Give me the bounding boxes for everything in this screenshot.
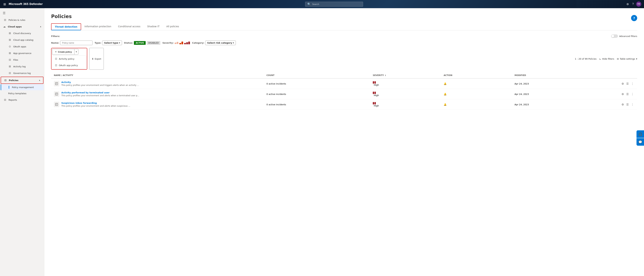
help-icon[interactable]: ? — [631, 2, 635, 7]
policies-chevron: ∧ — [39, 79, 40, 82]
sidebar-section-policies[interactable]: ⊟ Policies ∧ — [1, 77, 44, 84]
category-filter-label: Category: — [192, 42, 204, 44]
tab-all-policies[interactable]: All policies — [163, 23, 182, 30]
activity-policy-icon: ⊡ — [55, 57, 57, 60]
severity-sort-icon: ↓ — [384, 74, 386, 76]
row-more-btn-1[interactable]: ⋮ — [630, 82, 634, 86]
apps-grid-icon[interactable]: ⊞ — [3, 2, 7, 7]
settings-icon[interactable]: ⚙ — [626, 2, 630, 7]
hamburger-button[interactable]: ☰ — [0, 10, 44, 16]
search-bar[interactable]: 🔍 — [305, 2, 363, 7]
top-navigation: ⊞ Microsoft 365 Defender 🔍 ⚙ ? TT — [0, 0, 644, 8]
sidebar-item-cloud-app-catalog[interactable]: ⊞ Cloud app catalog — [1, 37, 44, 43]
oauth-app-policy-icon: ⊡ — [55, 64, 57, 67]
severity-low[interactable] — [175, 42, 178, 44]
create-policy-button[interactable]: ＋ Create policy — [52, 49, 74, 55]
policy-action-3: 🔔 — [444, 103, 514, 106]
policy-severity-2: High — [373, 92, 444, 96]
row-settings-btn-1[interactable]: ⚙ — [621, 82, 624, 86]
nav-icons-group: ⚙ ? TT — [626, 2, 641, 7]
sidebar: ☰ ⊟ Policies & rules ☁ Cloud apps ∧ ⊞ Cl… — [0, 8, 44, 276]
files-icon: ⊟ — [8, 58, 12, 61]
sidebar-item-activity-log[interactable]: ⊞ Activity log — [1, 63, 44, 70]
policy-name-3[interactable]: Suspicious inbox forwarding — [61, 102, 130, 104]
export-button[interactable]: ⬇ Export — [89, 48, 104, 70]
cloud-app-catalog-icon: ⊞ — [8, 38, 12, 42]
row-list-btn-1[interactable]: ☰ — [626, 82, 629, 86]
sidebar-section-cloud-apps[interactable]: ☁ Cloud apps ∧ — [0, 23, 44, 30]
bell-icon-3[interactable]: 🔔 — [444, 103, 446, 106]
sidebar-item-governance-log[interactable]: ⊟ Governance log — [1, 70, 44, 76]
policy-count-3: 0 active incidents — [266, 103, 373, 106]
col-header-severity[interactable]: Severity ↓ — [373, 74, 444, 76]
sidebar-item-cloud-discovery[interactable]: ⊞ Cloud discovery — [1, 30, 44, 36]
row-more-btn-2[interactable]: ⋮ — [630, 92, 634, 96]
table-settings-chevron: ▾ — [636, 58, 637, 60]
sidebar-item-policy-templates[interactable]: Policy templates — [1, 90, 44, 96]
name-filter: Name: — [51, 40, 92, 45]
policy-management-indicator — [9, 86, 9, 88]
tabs-container: Threat detection Information protection … — [51, 23, 637, 30]
name-filter-input[interactable] — [60, 40, 92, 45]
row-list-btn-2[interactable]: ☰ — [626, 92, 629, 96]
main-layout: ☰ ⊟ Policies & rules ☁ Cloud apps ∧ ⊞ Cl… — [0, 8, 644, 276]
help-button[interactable]: ? — [631, 15, 637, 21]
dropdown-item-activity-policy[interactable]: ⊡ Activity policy — [52, 56, 86, 62]
table-settings-btn[interactable]: ⊟ Table settings ▾ — [617, 58, 637, 60]
sidebar-item-label: Reports — [8, 99, 17, 101]
policy-name-2[interactable]: Activity performed by terminated user — [61, 91, 139, 94]
category-filter-select[interactable]: Select risk category ▾ — [205, 40, 236, 45]
tab-threat-detection[interactable]: Threat detection — [51, 23, 81, 30]
bell-icon-2[interactable]: 🔔 — [444, 93, 446, 96]
sidebar-item-label: Policies & rules — [8, 19, 25, 21]
policy-action-2: 🔔 — [444, 93, 514, 96]
chat-headset-button[interactable]: 🎧 — [636, 130, 644, 138]
sidebar-item-reports[interactable]: ⊟ Reports — [1, 96, 44, 103]
create-policy-container: ＋ Create policy ▾ ⊡ Activity policy ⊡ — [51, 48, 87, 70]
table-header: Name / Activity Count Severity ↓ Action … — [51, 72, 637, 78]
row-more-btn-3[interactable]: ⋮ — [630, 102, 634, 107]
row-list-btn-3[interactable]: ☰ — [626, 102, 629, 107]
cloud-apps-label: Cloud apps — [8, 26, 22, 28]
status-active-btn[interactable]: ACTIVE — [134, 41, 146, 45]
severity-filter: Severity: — [162, 42, 190, 44]
tab-information-protection[interactable]: Information protection — [81, 23, 115, 30]
policy-name-1[interactable]: Activity — [61, 81, 139, 84]
sidebar-item-files[interactable]: ⊟ Files — [1, 56, 44, 63]
policy-modified-1: Apr 24, 2023 — [514, 82, 621, 85]
tab-conditional-access[interactable]: Conditional access — [115, 23, 144, 30]
filters-row: Filters: Advanced filters — [51, 34, 637, 38]
tab-shadow-it[interactable]: Shadow IT — [144, 23, 163, 30]
advanced-filters-switch[interactable] — [611, 34, 618, 38]
policy-info-2: Activity performed by terminated user Th… — [61, 91, 139, 97]
action-right: 1 - 20 of 99 Policies ⊾ Hide filters ⊟ T… — [575, 58, 637, 60]
status-filter-label: Status: — [124, 42, 133, 44]
reports-icon: ⊟ — [4, 98, 7, 101]
dropdown-item-oauth-app-policy[interactable]: ⊡ OAuth app policy — [52, 62, 86, 68]
user-avatar[interactable]: TT — [636, 2, 641, 7]
type-filter: Type: Select type ▾ — [94, 40, 122, 45]
hide-filters-btn[interactable]: ⊾ Hide filters — [599, 58, 614, 60]
sidebar-item-policies-rules[interactable]: ⊟ Policies & rules — [1, 17, 44, 23]
oauth-apps-icon: ⊙ — [8, 45, 12, 48]
advanced-filters-toggle[interactable]: Advanced filters — [611, 34, 637, 38]
create-policy-chevron-button[interactable]: ▾ — [74, 49, 78, 55]
sidebar-item-label: Cloud discovery — [13, 32, 31, 34]
severity-medium[interactable] — [180, 42, 183, 44]
severity-high[interactable] — [184, 42, 190, 44]
sidebar-item-oauth-apps[interactable]: ⊙ OAuth apps — [1, 43, 44, 50]
action-left: ＋ Create policy ▾ ⊡ Activity policy ⊡ — [51, 48, 104, 70]
action-bar: ＋ Create policy ▾ ⊡ Activity policy ⊡ — [51, 48, 637, 70]
chat-message-button[interactable]: 💬 — [636, 138, 644, 146]
cloud-apps-chevron: ∧ — [40, 26, 42, 28]
search-input[interactable] — [312, 3, 361, 6]
row-settings-btn-3[interactable]: ⚙ — [621, 102, 624, 107]
row-settings-btn-2[interactable]: ⚙ — [621, 92, 624, 96]
status-disabled-btn[interactable]: DISABLED — [147, 41, 160, 45]
type-filter-select[interactable]: Select type ▾ — [102, 40, 122, 45]
bell-icon-1[interactable]: 🔔 — [444, 82, 446, 85]
sidebar-item-app-governance[interactable]: ⊞ App governance — [1, 50, 44, 56]
sidebar-item-policy-management[interactable]: Policy management — [1, 84, 44, 90]
col-header-count: Count — [266, 74, 373, 76]
filter-controls: Name: Type: Select type ▾ Status: ACTIVE… — [51, 40, 637, 45]
